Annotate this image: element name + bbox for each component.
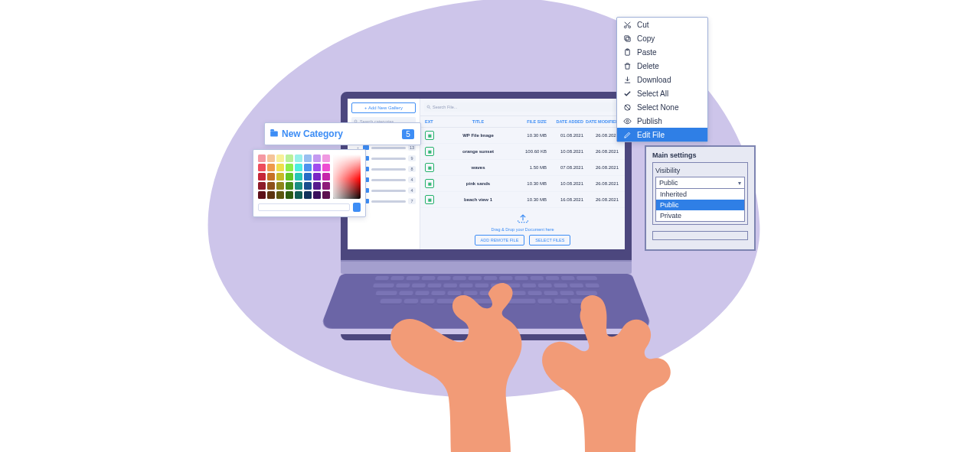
color-swatch[interactable] [295, 191, 302, 199]
color-swatch[interactable] [295, 182, 302, 190]
context-menu-select-all[interactable]: Select All [617, 86, 707, 100]
col-modified-header[interactable]: DATE MODIFIED [583, 119, 620, 124]
context-menu-edit-file[interactable]: Edit File [617, 128, 707, 141]
category-name-placeholder [371, 179, 406, 181]
category-name-placeholder [371, 147, 406, 149]
category-count: 9 [408, 155, 416, 161]
color-hex-input[interactable] [258, 203, 350, 211]
new-category-title[interactable]: New Category [282, 128, 397, 139]
color-swatch[interactable] [313, 182, 321, 190]
color-swatch[interactable] [276, 182, 284, 190]
color-swatch[interactable] [286, 173, 293, 180]
color-swatch[interactable] [286, 182, 293, 190]
color-swatch[interactable] [304, 182, 312, 190]
context-menu-cut[interactable]: Cut [617, 18, 707, 31]
color-swatch[interactable] [267, 164, 275, 171]
color-swatch[interactable] [258, 191, 266, 199]
table-row[interactable]: ▦ WP File Image 10.30 MB 01.08.2021 26.0… [420, 128, 625, 144]
col-ext-header[interactable]: EXT [425, 119, 442, 124]
dropzone[interactable]: Drag & Drop your Document here ADD REMOT… [420, 208, 625, 249]
color-swatch[interactable] [267, 191, 275, 199]
context-menu-copy[interactable]: Copy [617, 31, 707, 45]
main-settings-title: Main settings [652, 151, 748, 159]
category-count: 4 [408, 187, 416, 193]
color-swatch[interactable] [276, 191, 284, 199]
file-date-modified: 26.08.2021 [583, 181, 620, 186]
color-swatch[interactable] [258, 164, 266, 171]
context-menu-label: Cut [637, 21, 649, 29]
context-menu-publish[interactable]: Publish [617, 114, 707, 128]
visibility-select[interactable]: Public ▾ [655, 177, 745, 189]
color-swatch[interactable] [258, 182, 266, 190]
chevron-down-icon: ▾ [738, 180, 741, 187]
table-row[interactable]: ▦ orange sunset 100.60 KB 10.08.2021 26.… [420, 144, 625, 160]
file-size: 100.60 KB [514, 149, 547, 154]
table-header: EXT TITLE FILE SIZE DATE ADDED DATE MODI… [420, 115, 625, 128]
category-name-placeholder [371, 200, 406, 203]
add-remote-file-button[interactable]: ADD REMOTE FILE [475, 235, 525, 246]
color-swatch[interactable] [295, 173, 302, 180]
color-swatch[interactable] [267, 173, 275, 180]
color-swatch[interactable] [258, 173, 266, 180]
file-search-input[interactable]: Search File... [424, 102, 621, 112]
color-swatch[interactable] [276, 173, 284, 180]
visibility-label: Visibility [655, 167, 745, 174]
file-title: waves [442, 165, 514, 170]
context-menu-delete[interactable]: Delete [617, 59, 707, 73]
file-search-placeholder: Search File... [433, 105, 457, 109]
col-title-header[interactable]: TITLE [442, 119, 514, 124]
visibility-option-private[interactable]: Private [656, 210, 744, 221]
color-swatch[interactable] [267, 154, 275, 162]
color-swatch[interactable] [295, 154, 302, 162]
delete-icon [623, 62, 632, 70]
color-swatch[interactable] [286, 154, 293, 162]
col-size-header[interactable]: FILE SIZE [514, 119, 547, 124]
add-gallery-button[interactable]: + Add New Gallery [351, 102, 416, 113]
col-added-header[interactable]: DATE ADDED [547, 119, 583, 124]
download-icon [623, 76, 632, 84]
color-swatch[interactable] [322, 173, 330, 180]
color-swatch[interactable] [286, 164, 293, 171]
color-swatch[interactable] [276, 164, 284, 171]
visibility-option-inherited[interactable]: Inherited [656, 189, 744, 200]
color-swatch[interactable] [322, 191, 330, 199]
category-name-placeholder [371, 158, 406, 160]
category-name-placeholder [371, 190, 406, 192]
table-row[interactable]: ▦ waves 1.50 MB 07.08.2021 26.08.2021 [420, 160, 625, 176]
color-gradient-picker[interactable] [333, 154, 361, 199]
color-swatch[interactable] [313, 164, 321, 171]
search-icon [426, 105, 431, 109]
file-date-modified: 26.08.2021 [583, 149, 620, 154]
color-swatch[interactable] [322, 154, 330, 162]
color-swatch[interactable] [313, 191, 321, 199]
category-name-placeholder [371, 168, 406, 171]
color-swatch[interactable] [258, 154, 266, 162]
file-date-added: 07.08.2021 [547, 165, 583, 170]
color-swatch[interactable] [322, 182, 330, 190]
select-files-button[interactable]: SELECT FILES [529, 235, 570, 246]
svg-rect-6 [626, 37, 631, 41]
context-menu-label: Publish [637, 117, 662, 125]
color-swatch[interactable] [322, 164, 330, 171]
context-menu-download[interactable]: Download [617, 73, 707, 86]
color-swatch[interactable] [276, 154, 284, 162]
context-menu-paste[interactable]: Paste [617, 45, 707, 59]
color-swatch[interactable] [304, 164, 312, 171]
color-swatch[interactable] [313, 173, 321, 180]
context-menu-select-none[interactable]: Select None [617, 100, 707, 114]
new-category-count: 5 [402, 129, 414, 139]
color-apply-button[interactable] [353, 203, 361, 212]
file-date-added: 10.08.2021 [547, 149, 583, 154]
color-swatch[interactable] [286, 191, 293, 199]
table-row[interactable]: ▦ beach view 1 10.30 MB 16.08.2021 26.08… [420, 192, 625, 208]
color-swatch[interactable] [267, 182, 275, 190]
visibility-option-public[interactable]: Public [656, 200, 744, 210]
color-swatch[interactable] [304, 191, 312, 199]
svg-rect-7 [625, 35, 629, 40]
file-title: orange sunset [442, 149, 514, 154]
color-swatch[interactable] [304, 154, 312, 162]
color-swatch[interactable] [295, 164, 302, 171]
color-swatch[interactable] [304, 173, 312, 180]
table-row[interactable]: ▦ pink sands 10.30 MB 10.08.2021 26.08.2… [420, 176, 625, 192]
color-swatch[interactable] [313, 154, 321, 162]
